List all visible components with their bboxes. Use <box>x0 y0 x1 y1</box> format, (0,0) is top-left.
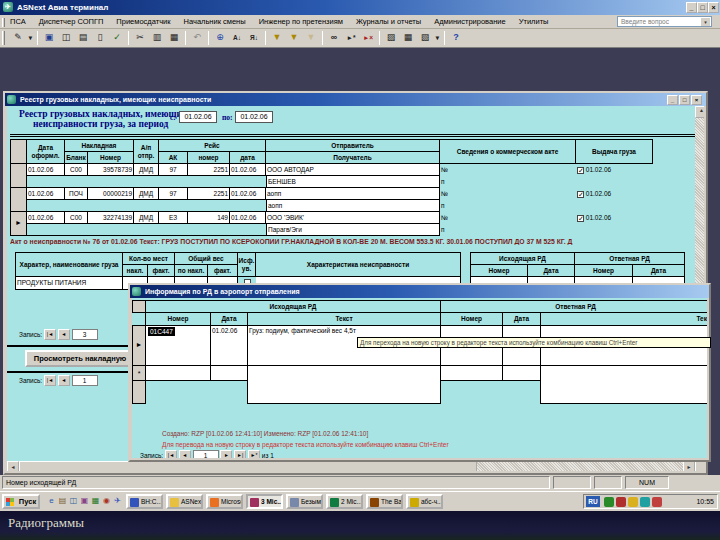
reestr-window-titlebar[interactable]: Реестр грузовых накладных, имеющих неисп… <box>5 93 706 106</box>
cut-icon[interactable]: ✂ <box>132 30 148 46</box>
database-window-icon[interactable]: ▦ <box>400 30 416 46</box>
reestr-restore-button[interactable]: □ <box>679 95 690 105</box>
quicklaunch-outlook-icon[interactable]: ▤ <box>57 495 68 507</box>
first-record-button[interactable]: |◄ <box>165 450 177 458</box>
volume-tray-icon[interactable] <box>652 497 662 507</box>
chevron-down-icon[interactable]: ▾ <box>701 18 710 26</box>
menu-shift-chief[interactable]: Начальник смены <box>184 17 246 26</box>
issued-checkbox[interactable]: ✓ <box>577 191 584 198</box>
cell-rd-date[interactable]: 01.02.06 <box>210 325 248 366</box>
record-number-field[interactable]: 3 <box>72 329 98 340</box>
insert-hyperlink-icon[interactable]: ⊕ <box>212 30 228 46</box>
taskbar-window-3[interactable]: Microso... <box>206 494 243 509</box>
print-icon[interactable]: ▤ <box>75 30 91 46</box>
properties-icon[interactable]: ▨ <box>383 30 399 46</box>
view-invoice-button[interactable]: Просмотреть накладную <box>25 350 135 367</box>
print-preview-icon[interactable]: ▯ <box>92 30 108 46</box>
period-to-field[interactable]: 01.02.06 <box>235 111 273 123</box>
quicklaunch-media-icon[interactable]: ▣ <box>79 495 90 507</box>
menu-receiver[interactable]: Приемосдатчик <box>116 17 170 26</box>
messenger-tray-icon[interactable] <box>628 497 638 507</box>
quicklaunch-player-icon[interactable]: ◉ <box>101 495 112 507</box>
issued-checkbox[interactable]: ✓ <box>577 167 584 174</box>
prev-record-button[interactable]: ◄ <box>58 375 70 386</box>
help-icon[interactable]: ? <box>448 30 464 46</box>
taskbar-window-8[interactable]: абс-ч... <box>406 494 443 509</box>
prev-record-button[interactable]: ◄ <box>179 450 191 458</box>
new-cell-rd-text[interactable] <box>247 365 441 404</box>
new-row-selector[interactable]: * <box>132 365 146 381</box>
new-cell-rd-number[interactable] <box>145 365 211 381</box>
menu-administration[interactable]: Администрирование <box>434 17 506 26</box>
issued-checkbox[interactable]: ✓ <box>577 215 584 222</box>
view-dropdown-icon[interactable]: ▾ <box>27 30 34 46</box>
horizontal-scrollbar-thumb[interactable] <box>19 461 477 471</box>
new-cell-rd-date[interactable] <box>210 365 248 381</box>
scroll-right-icon[interactable]: ► <box>683 461 695 471</box>
close-button[interactable]: × <box>708 2 719 13</box>
new-record-icon[interactable]: ►* <box>343 30 359 46</box>
scroll-up-icon[interactable]: ▲ <box>695 106 704 118</box>
minimize-button[interactable]: _ <box>686 2 697 13</box>
form-view-icon[interactable]: ✎ <box>10 30 26 46</box>
menubar-grip[interactable] <box>2 18 5 27</box>
sort-descending-icon[interactable]: Я↓ <box>246 30 262 46</box>
taskbar-window-1[interactable]: ВН:С... <box>126 494 163 509</box>
new-cell-response-number[interactable] <box>440 365 503 381</box>
quicklaunch-ie-icon[interactable]: e <box>46 495 57 507</box>
record-number-field[interactable]: 1 <box>193 450 219 458</box>
horizontal-scrollbar-track[interactable] <box>477 461 683 471</box>
first-record-button[interactable]: |◄ <box>44 375 56 386</box>
save-icon[interactable]: ▣ <box>41 30 57 46</box>
menu-utilities[interactable]: Утилиты <box>519 17 549 26</box>
filter-by-form-icon[interactable]: ▼ <box>286 30 302 46</box>
filter-by-selection-icon[interactable]: ▼ <box>269 30 285 46</box>
taskbar-window-2[interactable]: ASNex... <box>166 494 203 509</box>
toolbar-grip[interactable] <box>2 31 5 45</box>
sort-ascending-icon[interactable]: А↓ <box>229 30 245 46</box>
language-indicator[interactable]: RU <box>586 496 600 507</box>
row-selector[interactable] <box>11 188 27 212</box>
taskbar-window-4-active[interactable]: 3 Mic... <box>246 494 283 509</box>
menu-journals-reports[interactable]: Журналы и отчеты <box>356 17 421 26</box>
icq-tray-icon[interactable] <box>640 497 650 507</box>
record-number-field[interactable]: 1 <box>72 375 98 386</box>
new-cell-response-text[interactable] <box>540 365 707 404</box>
delete-record-icon[interactable]: ►× <box>360 30 376 46</box>
start-button[interactable]: Пуск <box>2 494 40 509</box>
next-record-button[interactable]: ► <box>220 450 232 458</box>
menu-claims-engineer[interactable]: Инженер по претензиям <box>259 17 343 26</box>
rd-window-titlebar[interactable]: Информация по РД в аэропорт отправления <box>130 285 709 298</box>
scroll-left-icon[interactable]: ◄ <box>7 461 19 471</box>
new-object-icon[interactable]: ▧ <box>417 30 433 46</box>
new-record-button[interactable]: ►* <box>248 450 260 458</box>
last-record-button[interactable]: ►| <box>234 450 246 458</box>
network-tray-icon[interactable] <box>616 497 626 507</box>
undo-icon[interactable]: ↶ <box>189 30 205 46</box>
quicklaunch-explorer-icon[interactable]: ▦ <box>90 495 101 507</box>
antivirus-tray-icon[interactable] <box>604 497 614 507</box>
reestr-close-button[interactable]: × <box>691 95 702 105</box>
cell-rd-number[interactable]: 01С447 <box>145 325 211 366</box>
current-row-selector[interactable]: ► <box>11 212 27 236</box>
menu-psa[interactable]: ПСА <box>10 17 26 26</box>
new-object-dropdown-icon[interactable]: ▾ <box>434 30 441 46</box>
current-row-selector[interactable]: ► <box>132 325 146 366</box>
quicklaunch-msn-icon[interactable]: ✈ <box>112 495 123 507</box>
spelling-icon[interactable]: ✓ <box>109 30 125 46</box>
reestr-minimize-button[interactable]: _ <box>667 95 678 105</box>
file-search-icon[interactable]: ◫ <box>58 30 74 46</box>
taskbar-window-6[interactable]: 2 Mic... ▾ <box>326 494 363 509</box>
apply-filter-icon[interactable]: ▼ <box>303 30 319 46</box>
period-from-field[interactable]: 01.02.06 <box>179 111 217 123</box>
quicklaunch-desktop-icon[interactable]: ◫ <box>68 495 79 507</box>
new-cell-response-date[interactable] <box>502 365 541 381</box>
restore-button[interactable]: □ <box>697 2 708 13</box>
find-icon[interactable]: ∞ <box>326 30 342 46</box>
first-record-button[interactable]: |◄ <box>44 329 56 340</box>
menu-dispatcher[interactable]: Диспетчер СОПГП <box>39 17 104 26</box>
help-search-input[interactable]: Введите вопрос ▾ <box>617 16 712 27</box>
prev-record-button[interactable]: ◄ <box>58 329 70 340</box>
copy-icon[interactable]: ▥ <box>149 30 165 46</box>
paste-icon[interactable]: ▦ <box>166 30 182 46</box>
